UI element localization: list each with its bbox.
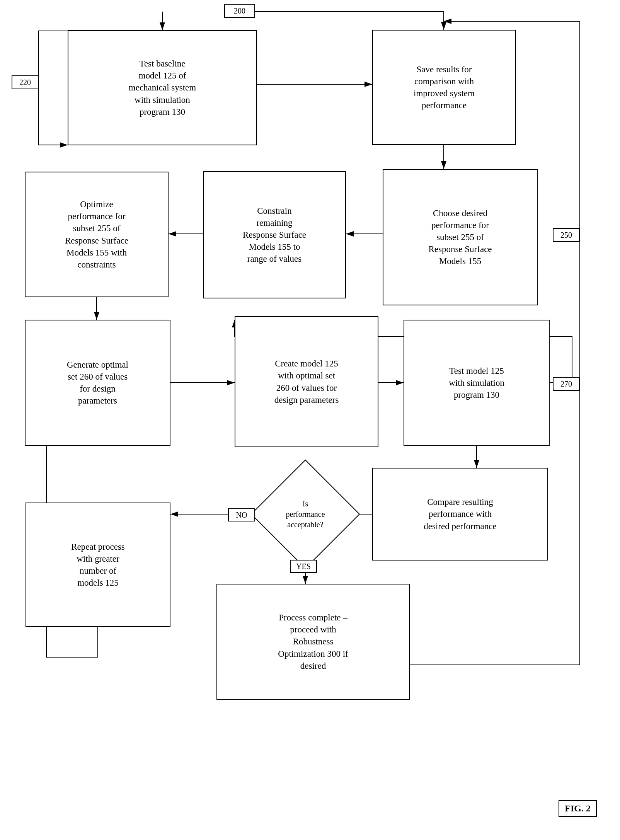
box-repeat-process: Repeat process with greater number of mo…	[26, 503, 170, 627]
label-250: 250	[553, 228, 580, 242]
box-generate-optimal: Generate optimal set 260 of values for d…	[25, 320, 170, 446]
fig-label: FIG. 2	[559, 800, 597, 817]
box-compare-performance: Compare resulting performance with desir…	[372, 468, 548, 561]
badge-yes: YES	[290, 560, 317, 573]
badge-no: NO	[228, 508, 255, 521]
diamond-is-acceptable: Is performance acceptable?	[267, 475, 344, 553]
box-test-baseline: Test baseline model 125 of mechanical sy…	[68, 30, 257, 145]
box-save-results: Save results for comparison with improve…	[372, 30, 516, 145]
diagram-container: 200 220 Test baseline model 125 of mecha…	[0, 0, 620, 840]
label-200: 200	[224, 4, 255, 18]
box-optimize-performance: Optimize performance for subset 255 of R…	[25, 172, 169, 297]
box-choose-desired: Choose desired performance for subset 25…	[383, 169, 538, 305]
box-create-model: Create model 125 with optimal set 260 of…	[235, 316, 378, 447]
label-270: 270	[553, 377, 580, 391]
box-constrain-remaining: Constrain remaining Response Surface Mod…	[203, 171, 346, 298]
box-test-model: Test model 125 with simulation program 1…	[404, 320, 550, 446]
label-220: 220	[12, 75, 39, 89]
box-process-complete: Process complete – proceed with Robustne…	[216, 584, 410, 700]
